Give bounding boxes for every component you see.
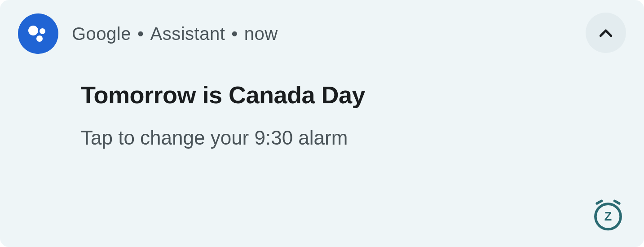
app-category: Assistant — [150, 24, 225, 44]
alarm-clock-icon: Z — [592, 199, 624, 232]
chevron-up-icon — [597, 24, 615, 42]
app-name: Google — [72, 24, 131, 44]
notification-subtitle: Tap to change your 9:30 alarm — [81, 127, 626, 149]
notification-header: Google • Assistant • now — [18, 13, 626, 54]
svg-line-1 — [615, 201, 619, 203]
google-assistant-icon — [18, 13, 58, 54]
notification-meta: Google • Assistant • now — [72, 24, 278, 44]
notification-content: Tomorrow is Canada Day Tap to change you… — [81, 81, 626, 149]
svg-line-0 — [597, 201, 601, 203]
svg-text:Z: Z — [604, 210, 612, 223]
expand-button[interactable] — [586, 13, 626, 53]
assistant-dots-icon — [25, 20, 52, 47]
notification-title: Tomorrow is Canada Day — [81, 81, 626, 109]
separator-dot: • — [231, 24, 238, 44]
timestamp: now — [244, 24, 278, 44]
notification-card[interactable]: Google • Assistant • now Tomorrow is Can… — [0, 0, 644, 247]
separator-dot: • — [137, 24, 144, 44]
alarm-snooze-icon[interactable]: Z — [590, 198, 626, 234]
